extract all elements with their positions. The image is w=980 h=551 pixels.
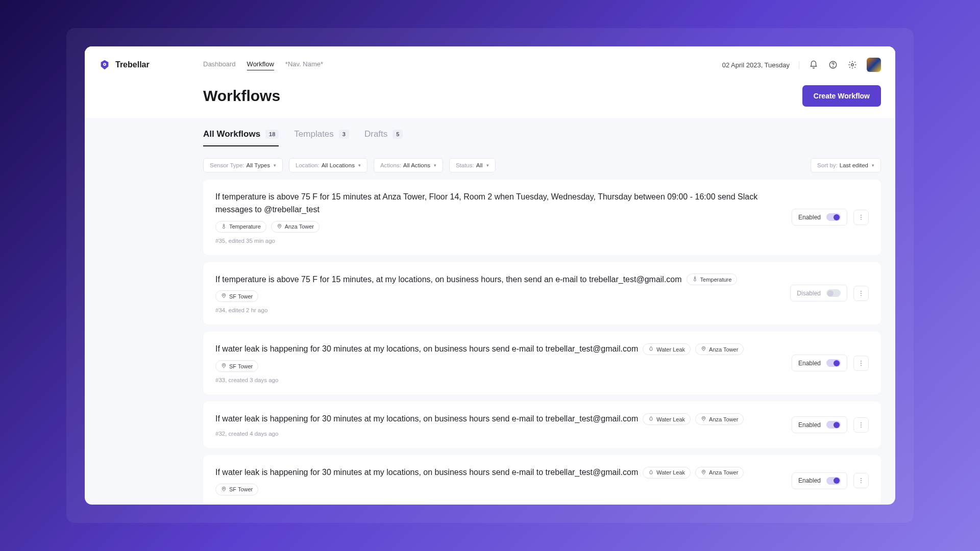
tag-temperature: Temperature <box>215 221 266 233</box>
filter-actions[interactable]: Actions: All Actions ▾ <box>374 158 443 172</box>
enable-toggle[interactable]: Enabled <box>792 355 847 371</box>
svg-point-21 <box>861 427 862 428</box>
tab-count-badge: 18 <box>265 130 279 139</box>
filter-sensor-type[interactable]: Sensor Type: All Types ▾ <box>203 158 283 172</box>
tag-label: SF Tower <box>229 293 253 299</box>
filter-value: All <box>476 162 483 168</box>
help-icon[interactable] <box>828 60 838 70</box>
enable-toggle[interactable]: Disabled <box>790 285 847 302</box>
filter-label: Sensor Type: <box>210 162 244 168</box>
tab-templates[interactable]: Templates3 <box>294 129 349 146</box>
tag-temperature: Temperature <box>687 273 738 285</box>
workflow-card: If temperature is above 75 F for 15 minu… <box>203 180 881 255</box>
tag-label: Water Leak <box>656 469 685 475</box>
svg-point-23 <box>223 488 224 489</box>
tag-label: SF Tower <box>229 486 253 492</box>
workflow-description: If water leak is happening for 30 minute… <box>215 413 638 425</box>
svg-point-18 <box>703 418 704 419</box>
svg-point-11 <box>861 293 862 294</box>
create-workflow-button[interactable]: Create Workflow <box>802 85 881 107</box>
svg-point-12 <box>861 295 862 296</box>
gear-icon[interactable] <box>847 60 857 70</box>
switch[interactable] <box>826 421 841 429</box>
nav-item--nav-name-[interactable]: *Nav. Name* <box>285 60 323 69</box>
bell-icon[interactable] <box>808 60 819 70</box>
tabs: All Workflows18Templates3Drafts5 <box>203 118 881 147</box>
tag-sf-tower: SF Tower <box>215 484 258 495</box>
toggle-label: Enabled <box>798 360 821 367</box>
svg-point-15 <box>861 361 862 362</box>
brand: Trebellar <box>99 59 203 70</box>
nav-item-dashboard[interactable]: Dashboard <box>203 60 236 69</box>
tab-all-workflows[interactable]: All Workflows18 <box>203 129 279 146</box>
toggle-label: Enabled <box>798 477 821 484</box>
svg-point-8 <box>861 219 862 220</box>
chevron-down-icon: ▾ <box>358 163 361 168</box>
tag-anza-tower: Anza Tower <box>695 413 744 425</box>
toggle-label: Enabled <box>798 214 821 221</box>
tag-anza-tower: Anza Tower <box>695 467 744 479</box>
workflow-meta: #33, created 3 days ago <box>215 377 781 383</box>
switch[interactable] <box>826 213 841 221</box>
workflow-description: If temperature is above 75 F for 15 minu… <box>215 273 682 286</box>
more-menu-button[interactable] <box>853 356 869 371</box>
filter-status[interactable]: Status: All ▾ <box>449 158 496 172</box>
tag-label: Anza Tower <box>285 223 314 230</box>
tab-label: Templates <box>294 129 333 139</box>
tag-label: Water Leak <box>656 416 685 422</box>
filter-value: All Actions <box>403 162 430 168</box>
filter-location[interactable]: Location: All Locations ▾ <box>289 158 368 172</box>
location-icon <box>701 346 706 353</box>
tab-label: All Workflows <box>203 129 260 139</box>
app-window: Trebellar DashboardWorkflow*Nav. Name* 0… <box>85 46 895 505</box>
svg-point-4 <box>851 64 854 66</box>
tag-label: Anza Tower <box>709 469 738 475</box>
filter-label: Location: <box>296 162 320 168</box>
svg-point-24 <box>861 478 862 479</box>
location-icon <box>701 469 706 476</box>
svg-point-25 <box>861 480 862 481</box>
svg-point-20 <box>861 424 862 425</box>
filter-value: All Types <box>247 162 270 168</box>
svg-point-1 <box>104 64 105 65</box>
tag-label: Temperature <box>229 223 261 230</box>
more-menu-button[interactable] <box>853 417 869 433</box>
header: Trebellar DashboardWorkflow*Nav. Name* 0… <box>85 46 895 118</box>
switch[interactable] <box>826 289 841 297</box>
svg-point-13 <box>703 348 704 349</box>
switch[interactable] <box>826 359 841 367</box>
tab-drafts[interactable]: Drafts5 <box>364 129 403 146</box>
current-date: 02 April 2023, Tuesday <box>722 61 799 69</box>
svg-point-3 <box>833 66 834 67</box>
svg-point-22 <box>703 471 704 472</box>
more-menu-button[interactable] <box>853 286 869 301</box>
workflow-card: If water leak is happening for 30 minute… <box>203 455 881 505</box>
more-menu-button[interactable] <box>853 473 869 488</box>
filters: Sensor Type: All Types ▾ Location: All L… <box>203 147 881 180</box>
water-icon <box>648 469 654 476</box>
svg-point-5 <box>279 225 280 226</box>
switch[interactable] <box>826 477 841 485</box>
toggle-label: Enabled <box>798 421 821 429</box>
filter-label: Sort by: <box>817 162 838 168</box>
svg-point-9 <box>223 295 224 296</box>
workflow-description: If water leak is happening for 30 minute… <box>215 343 638 356</box>
tag-label: Water Leak <box>656 346 685 353</box>
svg-point-26 <box>861 483 862 484</box>
tag-label: SF Tower <box>229 363 253 369</box>
workflow-card: If water leak is happening for 30 minute… <box>203 332 881 394</box>
tag-label: Anza Tower <box>709 416 738 422</box>
sort-by[interactable]: Sort by: Last edited ▾ <box>811 158 881 172</box>
avatar[interactable] <box>867 58 881 72</box>
tag-sf-tower: SF Tower <box>215 290 258 302</box>
workflow-list: If temperature is above 75 F for 15 minu… <box>203 180 881 505</box>
nav-item-workflow[interactable]: Workflow <box>247 60 274 69</box>
page-title: Workflows <box>203 87 280 105</box>
enable-toggle[interactable]: Enabled <box>792 472 847 489</box>
more-menu-button[interactable] <box>853 210 869 225</box>
chevron-down-icon: ▾ <box>872 163 874 168</box>
topbar: Trebellar DashboardWorkflow*Nav. Name* 0… <box>99 56 881 74</box>
enable-toggle[interactable]: Enabled <box>792 416 847 433</box>
workflow-card: If water leak is happening for 30 minute… <box>203 402 881 448</box>
enable-toggle[interactable]: Enabled <box>792 209 847 226</box>
